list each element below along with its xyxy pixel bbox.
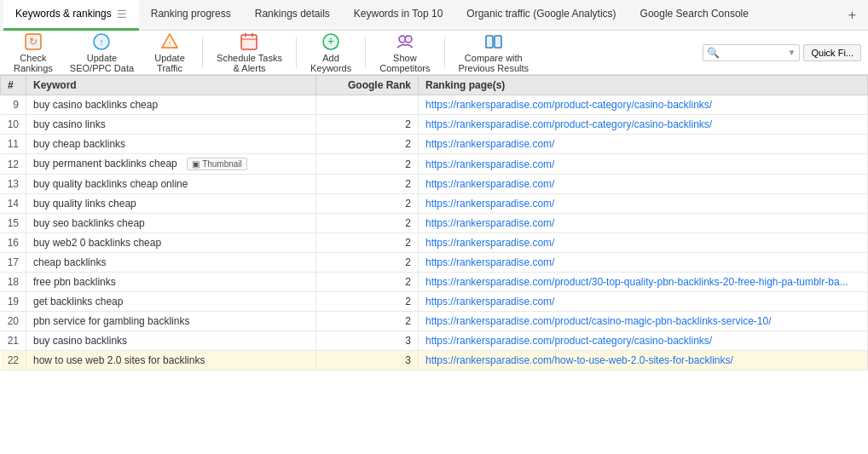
add-keywords-button[interactable]: + AddKeywords xyxy=(304,29,358,77)
ranking-page-link[interactable]: https://rankersparadise.com/product-cate… xyxy=(425,99,712,111)
svg-text:↻: ↻ xyxy=(29,36,38,48)
cell-page[interactable]: https://rankersparadise.com/product/30-t… xyxy=(419,273,868,292)
tab-ranking-progress[interactable]: Ranking progress xyxy=(139,0,243,31)
ranking-page-link[interactable]: https://rankersparadise.com/ xyxy=(425,237,554,249)
cell-rank: 2 xyxy=(316,194,419,214)
cell-page[interactable]: https://rankersparadise.com/ xyxy=(419,214,868,233)
cell-page[interactable]: https://rankersparadise.com/product/casi… xyxy=(419,312,868,331)
cell-keyword: how to use web 2.0 sites for backlinks xyxy=(26,351,316,371)
cell-num: 22 xyxy=(1,351,26,371)
cell-page[interactable]: https://rankersparadise.com/ xyxy=(419,194,868,214)
cell-page[interactable]: https://rankersparadise.com/ xyxy=(419,233,868,253)
cell-rank: 3 xyxy=(316,331,419,351)
ranking-page-link[interactable]: https://rankersparadise.com/ xyxy=(425,217,554,229)
check-rankings-icon: ↻ xyxy=(24,32,43,51)
ranking-page-link[interactable]: https://rankersparadise.com/how-to-use-w… xyxy=(425,354,733,366)
cell-num: 12 xyxy=(1,154,26,175)
table-row: 10buy casino links2https://rankersparadi… xyxy=(1,115,868,135)
svg-rect-14 xyxy=(486,36,493,48)
separator-2 xyxy=(296,37,297,68)
table-row: 14buy quality links cheap2https://ranker… xyxy=(1,194,868,214)
tab-keywords-rankings-label: Keywords & rankings xyxy=(15,8,112,20)
cell-rank xyxy=(316,95,419,115)
cell-num: 16 xyxy=(1,233,26,253)
add-keywords-icon: + xyxy=(321,32,340,51)
cell-page[interactable]: https://rankersparadise.com/ xyxy=(419,154,868,175)
ranking-page-link[interactable]: https://rankersparadise.com/ xyxy=(425,178,554,190)
search-icon: 🔍 xyxy=(707,47,720,59)
svg-text:+: + xyxy=(327,34,334,48)
table-row: 22how to use web 2.0 sites for backlinks… xyxy=(1,351,868,371)
schedule-tasks-icon xyxy=(240,32,258,51)
compare-results-button[interactable]: Compare withPrevious Results xyxy=(452,29,536,77)
cell-keyword: buy seo backlinks cheap xyxy=(26,214,316,233)
table-row: 9buy casino backlinks cheaphttps://ranke… xyxy=(1,95,868,115)
quick-filter-button[interactable]: Quick Fi... xyxy=(803,44,861,61)
svg-rect-6 xyxy=(241,35,257,49)
ranking-page-link[interactable]: https://rankersparadise.com/product-cate… xyxy=(425,118,712,130)
ranking-page-link[interactable]: https://rankersparadise.com/product/30-t… xyxy=(425,276,848,288)
ranking-page-link[interactable]: https://rankersparadise.com/ xyxy=(425,256,554,268)
check-rankings-button[interactable]: ↻ CheckRankings xyxy=(7,29,60,77)
search-dropdown-icon[interactable]: ▼ xyxy=(788,48,796,57)
show-competitors-button[interactable]: ShowCompetitors xyxy=(373,29,437,77)
ranking-page-link[interactable]: https://rankersparadise.com/ xyxy=(425,198,554,210)
top-tabs: Keywords & rankings ☰ Ranking progress R… xyxy=(0,0,868,31)
show-competitors-icon xyxy=(396,32,414,51)
search-input[interactable] xyxy=(720,48,788,58)
cell-num: 20 xyxy=(1,312,26,331)
ranking-page-link[interactable]: https://rankersparadise.com/product/casi… xyxy=(425,315,772,327)
toolbar: ↻ CheckRankings ↑ UpdateSEO/PPC Data ↑ U… xyxy=(0,31,868,75)
keywords-table: # Keyword Google Rank Ranking page(s) 9b… xyxy=(0,75,868,371)
tab-rankings-details[interactable]: Rankings details xyxy=(243,0,342,31)
ranking-page-link[interactable]: https://rankersparadise.com/product-cate… xyxy=(425,335,712,347)
add-tab-button[interactable]: + xyxy=(840,8,865,23)
tab-google-search-console[interactable]: Google Search Console xyxy=(628,0,761,31)
tab-keywords-rankings[interactable]: Keywords & rankings ☰ xyxy=(3,0,139,31)
cell-rank: 3 xyxy=(316,351,419,371)
cell-num: 17 xyxy=(1,253,26,273)
add-keywords-label: AddKeywords xyxy=(310,53,351,73)
update-traffic-button[interactable]: ↑ UpdateTraffic xyxy=(144,29,195,77)
schedule-tasks-button[interactable]: Schedule Tasks& Alerts xyxy=(210,29,289,77)
cell-rank: 2 xyxy=(316,273,419,292)
cell-page[interactable]: https://rankersparadise.com/product-cate… xyxy=(419,95,868,115)
search-box: 🔍 ▼ xyxy=(703,44,801,61)
check-rankings-label: CheckRankings xyxy=(14,53,53,73)
tab-organic-traffic[interactable]: Organic traffic (Google Analytics) xyxy=(454,0,628,31)
cell-page[interactable]: https://rankersparadise.com/ xyxy=(419,175,868,194)
cell-rank: 2 xyxy=(316,154,419,175)
cell-page[interactable]: https://rankersparadise.com/how-to-use-w… xyxy=(419,351,868,371)
ranking-page-link[interactable]: https://rankersparadise.com/ xyxy=(425,296,554,307)
table-row: 20pbn service for gambling backlinks2htt… xyxy=(1,312,868,331)
update-seo-icon: ↑ xyxy=(92,32,111,51)
separator-1 xyxy=(202,37,203,68)
cell-page[interactable]: https://rankersparadise.com/ xyxy=(419,135,868,154)
ranking-page-link[interactable]: https://rankersparadise.com/ xyxy=(425,138,554,150)
table-row: 13buy quality backlinks cheap online2htt… xyxy=(1,175,868,194)
tab-keywords-top10-label: Keywords in Top 10 xyxy=(354,8,443,20)
update-seo-label: UpdateSEO/PPC Data xyxy=(70,53,134,73)
cell-keyword: free pbn backlinks xyxy=(26,273,316,292)
table-container: # Keyword Google Rank Ranking page(s) 9b… xyxy=(0,75,868,454)
ranking-page-link[interactable]: https://rankersparadise.com/ xyxy=(425,158,554,170)
cell-page[interactable]: https://rankersparadise.com/product-cate… xyxy=(419,115,868,135)
cell-page[interactable]: https://rankersparadise.com/ xyxy=(419,253,868,273)
cell-page[interactable]: https://rankersparadise.com/ xyxy=(419,292,868,312)
cell-rank: 2 xyxy=(316,135,419,154)
tab-menu-icon[interactable]: ☰ xyxy=(117,8,127,20)
tab-keywords-top10[interactable]: Keywords in Top 10 xyxy=(342,0,455,31)
quick-filter-label: Quick Fi... xyxy=(811,48,854,58)
cell-keyword: buy quality links cheap xyxy=(26,194,316,214)
cell-page[interactable]: https://rankersparadise.com/product-cate… xyxy=(419,331,868,351)
update-seo-button[interactable]: ↑ UpdateSEO/PPC Data xyxy=(63,29,141,77)
separator-4 xyxy=(444,37,445,68)
cell-keyword: buy quality backlinks cheap online xyxy=(26,175,316,194)
cell-num: 10 xyxy=(1,115,26,135)
cell-num: 14 xyxy=(1,194,26,214)
cell-num: 11 xyxy=(1,135,26,154)
tab-rankings-details-label: Rankings details xyxy=(255,8,330,20)
thumbnail-button[interactable]: ▣ Thumbnail xyxy=(187,158,247,170)
cell-num: 19 xyxy=(1,292,26,312)
thumbnail-label: Thumbnail xyxy=(202,159,242,169)
